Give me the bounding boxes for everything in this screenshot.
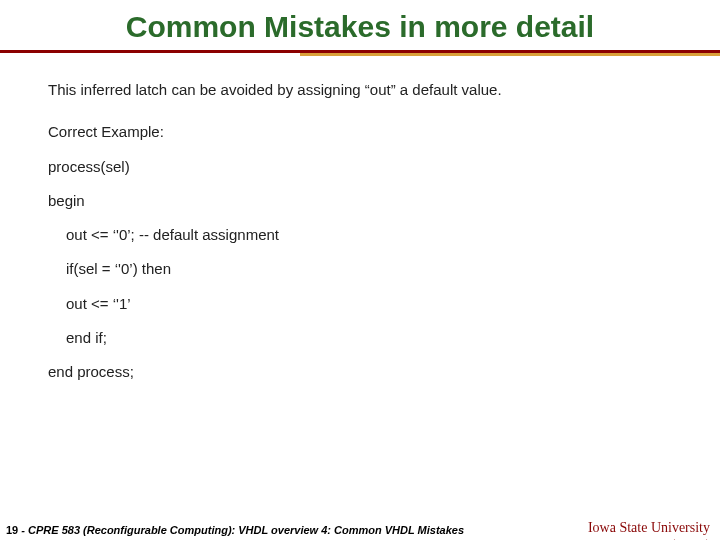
code-line-if: if(sel = ‘'0’) then (48, 259, 672, 279)
code-line-begin: begin (48, 191, 672, 211)
code-line-endprocess: end process; (48, 362, 672, 382)
slide-body: This inferred latch can be avoided by as… (0, 56, 720, 382)
code-line-out-assign: out <= ‘'1’ (48, 294, 672, 314)
footer-course: CPRE 583 (Reconfigurable Computing): VHD… (28, 524, 464, 536)
rule-orange (300, 53, 720, 56)
code-line-default-assign: out <= ‘'0’; -- default assignment (48, 225, 672, 245)
footer-sep: - (18, 524, 28, 536)
footer-left: 19 - CPRE 583 (Reconfigurable Computing)… (6, 524, 464, 536)
footer-institution-sub: (Ames) (671, 536, 710, 540)
page-number: 19 (6, 524, 18, 536)
code-line-process: process(sel) (48, 157, 672, 177)
code-line-endif: end if; (48, 328, 672, 348)
footer-institution: Iowa State University (588, 520, 710, 536)
intro-text: This inferred latch can be avoided by as… (48, 80, 672, 100)
section-label: Correct Example: (48, 122, 672, 142)
title-rule (0, 50, 720, 56)
slide-title: Common Mistakes in more detail (0, 0, 720, 50)
footer: 19 - CPRE 583 (Reconfigurable Computing)… (0, 518, 720, 540)
